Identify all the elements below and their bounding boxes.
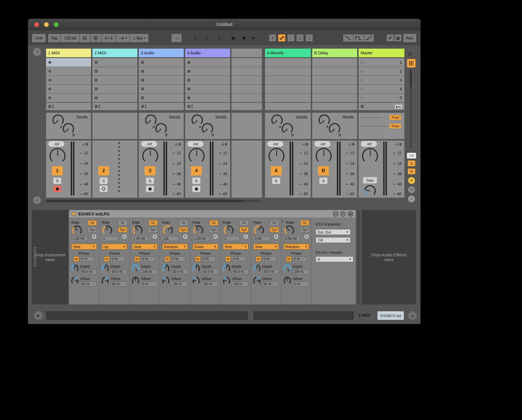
show-track-delay-toggle[interactable]: D [408, 186, 415, 193]
session-record-box-button[interactable]: □ [296, 34, 304, 42]
horizontal-scrollbar[interactable] [46, 200, 260, 202]
clip-slot[interactable] [46, 67, 91, 76]
syn-toggle[interactable]: Syn [209, 227, 218, 232]
solo-button[interactable]: S [53, 178, 61, 184]
hz-toggle[interactable]: Hz [209, 220, 218, 225]
clip-slot[interactable] [92, 67, 137, 76]
offset-knob[interactable] [253, 277, 260, 285]
clip-slot[interactable] [185, 58, 230, 67]
map-toggle[interactable]: M [256, 256, 261, 261]
rate-value[interactable]: 1.00 Hz [132, 236, 149, 241]
device-chain-track-label[interactable]: 1-MIDI [358, 313, 370, 318]
send-a-knob[interactable] [271, 114, 283, 126]
phase-value[interactable]: 0 % [141, 256, 155, 261]
show-sends-toggle[interactable]: S [408, 161, 415, 166]
step-curve-button[interactable] [353, 34, 364, 42]
tap-tempo-button[interactable]: Tap [48, 34, 61, 42]
peak-level-display[interactable]: -Inf [267, 141, 283, 147]
retrigger-button[interactable]: R [243, 234, 248, 239]
send-a-knob[interactable] [319, 114, 330, 126]
clip-slot[interactable] [46, 76, 91, 84]
crossfade-wave-button[interactable]: ≈ [33, 196, 41, 204]
scene-launch[interactable]: ▷3 [359, 76, 404, 84]
automation-arm-button[interactable] [278, 34, 286, 42]
offset-value[interactable]: 0 % [141, 282, 157, 287]
depth-value[interactable]: 100 % [292, 269, 309, 274]
syn-toggle[interactable]: Syn [118, 227, 127, 232]
depth-knob[interactable] [193, 264, 200, 273]
key-map-button[interactable]: Key [403, 34, 416, 42]
clip-slot[interactable] [139, 67, 184, 76]
session-record-circle-button[interactable]: ○ [305, 34, 313, 42]
decay-curve-button[interactable] [343, 34, 353, 42]
peak-level-display[interactable]: -Inf [187, 141, 203, 147]
fold-device-view-button[interactable]: ▲ [408, 311, 417, 320]
waveform-select[interactable]: Down▼ [193, 244, 218, 249]
waveform-select[interactable]: Sine▼ [253, 244, 279, 249]
rate-knob[interactable] [133, 225, 143, 235]
tempo-display[interactable]: 120.00 [61, 34, 80, 42]
depth-value[interactable]: 50.0 % [80, 269, 97, 274]
offset-knob[interactable] [162, 277, 169, 285]
scene-launch[interactable]: ▷5 [359, 94, 404, 102]
draw-mode-button[interactable] [386, 34, 394, 42]
save-icon[interactable]: ▣ [348, 211, 353, 217]
syn-toggle[interactable]: Syn [240, 227, 248, 232]
peak-level-display[interactable]: -Inf [48, 141, 64, 147]
hz-toggle[interactable]: Hz [149, 220, 157, 225]
clip-slot[interactable] [46, 94, 91, 102]
clip-slot[interactable] [139, 94, 184, 102]
mixer-toggle-button[interactable] [407, 59, 416, 68]
map-toggle[interactable]: M [165, 256, 170, 261]
send-a-knob[interactable] [52, 114, 64, 126]
offset-value[interactable]: 50 % [262, 282, 279, 287]
depth-value[interactable]: 50.0 % [201, 269, 218, 274]
peak-level-display[interactable]: -Inf [141, 141, 157, 147]
track-header[interactable]: B Delay [312, 49, 357, 57]
syn-toggle[interactable]: Syn [270, 227, 279, 232]
map-toggle[interactable]: M [104, 256, 109, 261]
send-a-knob[interactable] [145, 114, 157, 126]
syn-toggle[interactable]: Syn [149, 227, 157, 232]
waveform-select[interactable]: Sine▼ [223, 244, 248, 249]
hz-toggle[interactable]: Hz [240, 220, 248, 225]
position-bars[interactable]: 1. [188, 35, 199, 40]
hz-toggle[interactable]: Hz [88, 220, 97, 225]
track-activator[interactable]: A [271, 166, 282, 175]
play-button[interactable]: ▶ [232, 35, 236, 41]
link-button[interactable]: Link [32, 34, 46, 42]
clip-slot[interactable] [185, 76, 230, 84]
clip-stop-button[interactable] [185, 103, 230, 110]
rate-value[interactable]: 1/16 [253, 236, 270, 241]
position-sixteenths[interactable]: 1 [211, 35, 222, 40]
hz-toggle[interactable]: Hz [270, 220, 279, 225]
rate-value[interactable]: 0.58 Hz [284, 236, 300, 241]
depth-knob[interactable] [132, 264, 139, 273]
solo-button[interactable]: S [272, 178, 280, 184]
rate-knob[interactable] [284, 225, 294, 235]
phase-value[interactable]: 0 % [201, 256, 216, 261]
syn-toggle[interactable]: Syn [300, 227, 309, 232]
track-header[interactable]: 2 MIDI [92, 49, 137, 57]
pre-post-toggle-a[interactable]: Post [389, 115, 401, 120]
syn-toggle[interactable]: Syn [88, 227, 97, 232]
depth-knob[interactable] [223, 264, 230, 273]
map-icon[interactable]: ⇄ [333, 211, 338, 217]
drop-instrument-area[interactable]: Drop Instrument Here [32, 210, 68, 304]
plus-button[interactable]: + [269, 34, 276, 42]
es8cv-header-select[interactable]: 6▼ [316, 256, 353, 262]
follow-button[interactable]: → [171, 34, 182, 42]
device-chain-divider[interactable] [357, 210, 359, 304]
preview-play-button[interactable]: ▶ [34, 311, 43, 320]
rate-knob[interactable] [72, 225, 82, 235]
depth-knob[interactable] [162, 264, 169, 273]
offset-knob[interactable] [193, 277, 200, 285]
offset-value[interactable]: -50 % [232, 282, 248, 287]
offset-value[interactable]: 0 % [292, 282, 309, 287]
show-returns-toggle[interactable]: R [408, 169, 415, 174]
arm-button[interactable] [146, 186, 154, 192]
collapse-arrow-button[interactable]: ▽ [33, 48, 41, 56]
solo-cue-button[interactable]: Solo [363, 177, 377, 183]
peak-level-display[interactable]: -Inf [361, 141, 377, 147]
offset-value[interactable]: 50 % [80, 282, 97, 287]
